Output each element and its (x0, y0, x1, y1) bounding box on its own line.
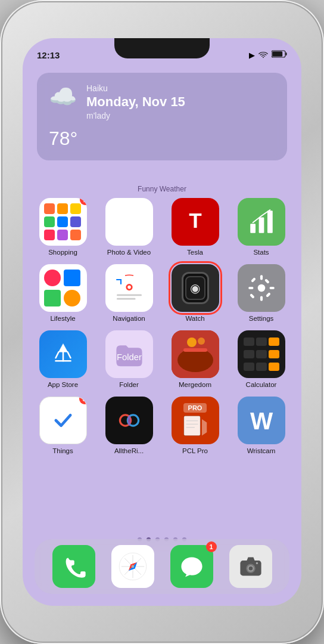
app-label-alltheri: AlltheRi... (114, 447, 144, 454)
svg-rect-18 (251, 277, 256, 283)
app-label-navigation: Navigation (113, 315, 145, 322)
app-item-appstore[interactable]: App Store (32, 330, 94, 388)
dock-icon-messages: 1 (170, 545, 213, 588)
svg-rect-15 (260, 296, 262, 301)
svg-text:W: W (250, 407, 273, 435)
app-icon-appstore (39, 330, 87, 378)
dock-icon-camera (229, 545, 272, 588)
svg-point-10 (127, 286, 131, 289)
svg-rect-16 (248, 287, 253, 289)
svg-text:Folder: Folder (116, 352, 141, 362)
app-icon-tesla: T (172, 198, 219, 246)
app-item-navigation[interactable]: Navigation (98, 264, 160, 322)
svg-rect-7 (267, 210, 273, 233)
svg-line-25 (67, 352, 70, 358)
badge-messages: 1 (206, 541, 217, 552)
app-grid: 1 Shopping Photo & Video T (32, 198, 292, 454)
app-icon-things: 3 (39, 397, 87, 444)
dock-item-messages[interactable]: 1 (170, 545, 213, 588)
app-item-stats[interactable]: Stats (230, 198, 292, 256)
dock-icon-phone (52, 545, 95, 588)
dock: 1 (35, 539, 289, 594)
dock-item-safari[interactable] (111, 545, 154, 588)
app-icon-folder: Folder (105, 330, 153, 378)
svg-rect-32 (50, 407, 76, 433)
app-icon-stats (238, 198, 285, 246)
app-item-calculator[interactable]: Calculator (230, 330, 292, 388)
app-item-folder[interactable]: Folder Folder (98, 330, 160, 388)
svg-rect-6 (258, 218, 264, 233)
svg-point-0 (263, 57, 264, 58)
weather-widget[interactable]: ☁️ Haiku Monday, Nov 15 m'lady 78° (37, 73, 287, 160)
svg-point-35 (127, 415, 130, 426)
svg-rect-5 (250, 224, 256, 233)
svg-text:T: T (189, 209, 202, 232)
weather-subtitle: m'lady (86, 111, 185, 120)
app-item-settings[interactable]: Settings (230, 264, 292, 322)
svg-point-55 (256, 562, 257, 564)
svg-rect-29 (183, 348, 207, 352)
app-icon-lifestyle (39, 264, 87, 312)
svg-rect-36 (183, 416, 200, 436)
svg-rect-17 (269, 287, 274, 289)
status-icons: ▶ (249, 49, 287, 60)
svg-rect-14 (260, 275, 262, 280)
app-label-pclpro: PCL Pro (182, 447, 208, 454)
svg-rect-12 (117, 298, 136, 300)
weather-location: Haiku (86, 83, 185, 93)
app-label-things: Things (52, 447, 73, 454)
app-item-wristcam[interactable]: W Wristcam (230, 397, 292, 454)
app-label-folder: Folder (119, 381, 139, 388)
app-item-photo[interactable]: Photo & Video (98, 198, 160, 256)
wifi-icon (258, 50, 268, 60)
app-item-alltheri[interactable]: AlltheRi... (98, 397, 160, 454)
svg-rect-3 (286, 52, 287, 55)
app-label-mergedom: Mergedom (179, 381, 211, 388)
battery-icon (272, 49, 287, 60)
app-icon-wristcam: W (238, 397, 285, 444)
phone-frame: 12:13 ▶ ☁️ Haiku Monday, Nov 15 m'lady (0, 0, 324, 644)
app-item-mergedom[interactable]: Mergedom (164, 330, 226, 388)
widget-label: Funny Weather (23, 185, 301, 193)
app-label-tesla: Tesla (187, 249, 203, 256)
app-label-lifestyle: Lifestyle (50, 315, 75, 322)
app-icon-watch: ◉ (172, 264, 219, 312)
svg-line-24 (55, 352, 58, 358)
signal-icon: ▶ (249, 51, 255, 60)
phone-screen: 12:13 ▶ ☁️ Haiku Monday, Nov 15 m'lady (23, 38, 301, 606)
app-item-tesla[interactable]: T Tesla (164, 198, 226, 256)
svg-point-50 (131, 565, 134, 568)
app-item-things[interactable]: 3 Things (32, 397, 94, 454)
app-icon-mergedom (172, 330, 219, 378)
svg-rect-11 (117, 295, 142, 296)
app-label-photo: Photo & Video (107, 249, 151, 256)
svg-point-54 (248, 566, 253, 571)
notch (114, 38, 210, 58)
app-icon-pclpro: PRO (172, 397, 219, 444)
app-icon-alltheri (105, 397, 153, 444)
badge-things: 3 (79, 397, 87, 404)
app-icon-navigation (105, 264, 153, 312)
app-label-calculator: Calculator (246, 381, 277, 388)
dock-item-phone[interactable] (52, 545, 95, 588)
app-item-watch[interactable]: ◉ Watch (164, 264, 226, 322)
weather-temp: 78° (49, 128, 275, 150)
app-icon-calculator (238, 330, 285, 378)
app-icon-settings (238, 264, 285, 312)
svg-rect-21 (264, 278, 269, 284)
weather-icon: ☁️ (49, 83, 77, 110)
app-icon-shopping: 1 (39, 198, 87, 246)
svg-rect-20 (249, 293, 254, 299)
app-label-appstore: App Store (48, 381, 78, 388)
app-label-settings: Settings (249, 315, 274, 322)
app-label-stats: Stats (253, 249, 269, 256)
svg-rect-19 (266, 292, 271, 298)
app-item-pclpro[interactable]: PRO PCL Pro (164, 397, 226, 454)
app-icon-photo (105, 198, 153, 246)
weather-date: Monday, Nov 15 (86, 94, 185, 110)
dock-item-camera[interactable] (229, 545, 272, 588)
app-item-lifestyle[interactable]: Lifestyle (32, 264, 94, 322)
status-time: 12:13 (37, 50, 60, 60)
app-item-shopping[interactable]: 1 Shopping (32, 198, 94, 256)
svg-point-30 (187, 338, 197, 347)
